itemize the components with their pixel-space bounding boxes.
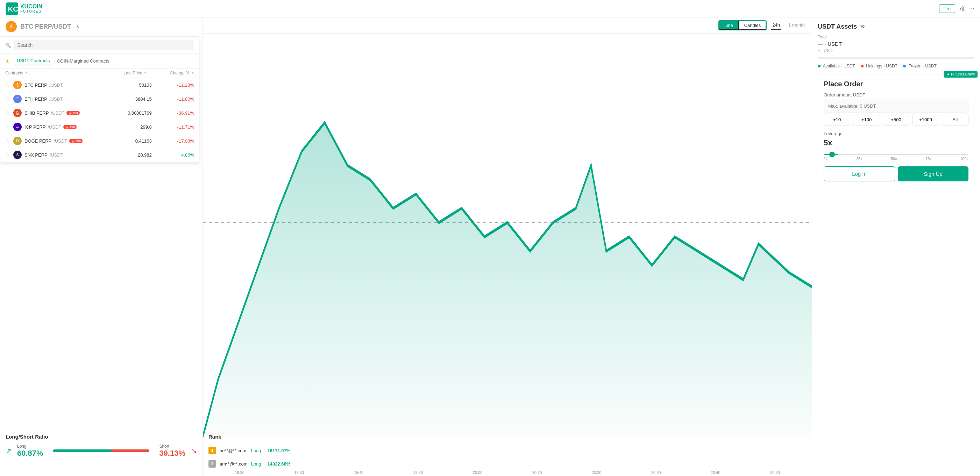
ratio-bar	[53, 449, 150, 452]
logo-icon: KC	[6, 2, 18, 15]
short-trend-icon: ↘	[191, 447, 197, 455]
chart-controls: Line Candles 24h 1 month	[203, 17, 812, 33]
assets-usdt-value: —- USDT	[818, 41, 974, 47]
action-buttons: Log In Sign Up	[824, 167, 969, 181]
ticker-header: ₿ BTC PERP/USDT ∧	[0, 17, 202, 36]
contract-change: -17.03%	[152, 138, 194, 144]
signup-button[interactable]: Sign Up	[898, 167, 969, 181]
order-amount-label: Order amount USDT	[824, 92, 969, 97]
tab-coin-margined[interactable]: COIN-Margined Contracts	[54, 57, 112, 65]
gear-icon[interactable]: ⚙	[959, 5, 965, 13]
row-star-icon[interactable]: ☆	[5, 82, 10, 88]
assets-header: USDT Assets 👁	[818, 23, 974, 30]
contract-change: -36.91%	[152, 110, 194, 116]
long-trend-icon: ↗	[6, 447, 11, 455]
login-button[interactable]: Log In	[824, 167, 895, 181]
leverage-label: Leverage	[824, 131, 969, 136]
contract-price: 50103	[110, 83, 152, 88]
amount-buttons: +10 +100 +500 +1000 All	[824, 114, 969, 125]
bottom-row: Long/Short Ratio ↗ Long 60.87%	[0, 428, 202, 476]
main-layout: ₿ BTC PERP/USDT ∧ 🔍 ★ USDT Contracts COI…	[0, 17, 980, 476]
row-star-icon[interactable]: ☆	[5, 110, 10, 116]
contract-price: 0.00001769	[110, 110, 152, 116]
price-chart-svg	[203, 37, 812, 465]
contract-dropdown: 🔍 ★ USDT Contracts COIN-Margined Contrac…	[0, 36, 199, 162]
amount-500-button[interactable]: +500	[883, 114, 909, 125]
assets-bar	[818, 57, 974, 59]
amount-100-button[interactable]: +100	[853, 114, 880, 125]
contract-price: 3804.15	[110, 97, 152, 102]
available-legend: Available - USDT	[818, 63, 855, 68]
price-sort-icon[interactable]: ⇅	[144, 71, 147, 75]
more-options-icon[interactable]: ···	[969, 5, 974, 12]
table-row[interactable]: ☆ S SNX PERP/USDT 20.982 +4.86%	[0, 148, 199, 162]
amount-10-button[interactable]: +10	[824, 114, 850, 125]
ratio-container: ↗ Long 60.87% Short 39.13%	[6, 444, 197, 458]
row-star-icon[interactable]: ☆	[5, 124, 10, 130]
pro-button[interactable]: Pro	[939, 4, 955, 13]
contract-tabs: ★ USDT Contracts COIN-Margined Contracts	[0, 54, 199, 68]
col-price-label: Last Price ⇅	[100, 71, 147, 76]
contracts-sort-icon[interactable]: ⇅	[25, 71, 28, 75]
row-star-icon[interactable]: ☆	[5, 152, 10, 158]
leverage-slider[interactable]	[824, 154, 969, 155]
chart-type-toggle: Line Candles	[718, 20, 767, 30]
frozen-dot	[903, 65, 906, 67]
search-box: 🔍	[0, 37, 199, 54]
chart-container	[203, 33, 812, 469]
logo-text-block: KUCOIN FUTURES	[20, 4, 42, 13]
tab-usdt-contracts[interactable]: USDT Contracts	[14, 57, 52, 65]
search-icon: 🔍	[5, 43, 11, 48]
order-amount-input[interactable]	[824, 100, 969, 113]
icp-coin-icon: ∞	[13, 123, 22, 131]
contract-name: ETH PERP/USDT	[24, 97, 110, 102]
time-options: 24h 1 month	[771, 21, 806, 30]
contract-price: 20.982	[110, 152, 152, 158]
eye-icon[interactable]: 👁	[860, 24, 865, 30]
contract-change: -11.71%	[152, 124, 194, 130]
futures-brawl-badge[interactable]: ★ Futures Brawl	[943, 71, 978, 78]
table-row[interactable]: ☆ D DOGE PERP/USDT 🔥 Hot 0.41163 -17.03%	[0, 134, 199, 148]
ticker-dropdown-icon[interactable]: ∧	[76, 24, 80, 29]
contract-name: BTC PERP/USDT	[24, 83, 110, 88]
amount-1000-button[interactable]: +1000	[912, 114, 939, 125]
ticker-name: BTC PERP/USDT	[20, 23, 71, 30]
shib-coin-icon: 🐕	[13, 109, 22, 117]
table-row[interactable]: ☆ ₿ BTC PERP/USDT 50103 -11.23%	[0, 78, 199, 92]
svg-text:KC: KC	[8, 5, 18, 13]
logo: KC KUCOIN FUTURES	[6, 2, 42, 15]
place-order-title: Place Order	[824, 80, 969, 88]
time-1month-option[interactable]: 1 month	[787, 21, 806, 30]
btc-coin-icon: ₿	[13, 81, 22, 89]
table-row[interactable]: ☆ Ξ ETH PERP/USDT 3804.15 -11.80%	[0, 92, 199, 106]
contract-change: -11.23%	[152, 83, 194, 88]
table-row[interactable]: ☆ 🐕 SHIB PERP/USDT 🔥 Hot 0.00001769 -36.…	[0, 106, 199, 120]
short-ratio-item: Short 39.13%	[159, 444, 185, 458]
short-label: Short	[159, 444, 185, 449]
chart-area: Line Candles 24h 1 month	[203, 17, 812, 476]
table-row[interactable]: ☆ ∞ ICP PERP/USDT 🔥 Hot 299.8 -11.71%	[0, 120, 199, 134]
doge-coin-icon: D	[13, 136, 22, 145]
long-short-panel: Long/Short Ratio ↗ Long 60.87%	[0, 428, 203, 476]
logo-name: KUCOIN	[20, 4, 42, 10]
btc-icon: ₿	[6, 21, 17, 32]
row-star-icon[interactable]: ☆	[5, 96, 10, 102]
right-panel: USDT Assets 👁 Total —- USDT ≈ - USD Avai…	[812, 17, 980, 476]
short-value: 39.13%	[159, 449, 185, 458]
contract-name: DOGE PERP/USDT 🔥 Hot	[24, 138, 110, 144]
long-ratio-item: Long 60.87%	[17, 444, 43, 458]
candles-toggle-button[interactable]: Candles	[739, 21, 767, 30]
long-label: Long	[17, 444, 43, 449]
line-toggle-button[interactable]: Line	[719, 21, 739, 30]
header-actions: Pro ⚙ ···	[939, 4, 974, 13]
long-short-title: Long/Short Ratio	[6, 434, 197, 440]
frozen-legend: Frozen - USDT	[903, 63, 937, 68]
amount-all-button[interactable]: All	[942, 114, 969, 125]
change-sort-icon[interactable]: ⇅	[191, 71, 194, 75]
contract-price: 299.8	[110, 124, 152, 130]
time-24h-option[interactable]: 24h	[771, 21, 781, 30]
long-value: 60.87%	[17, 449, 43, 458]
favorites-star-icon[interactable]: ★	[5, 59, 10, 64]
search-input[interactable]	[14, 40, 194, 50]
row-star-icon[interactable]: ☆	[5, 138, 10, 144]
